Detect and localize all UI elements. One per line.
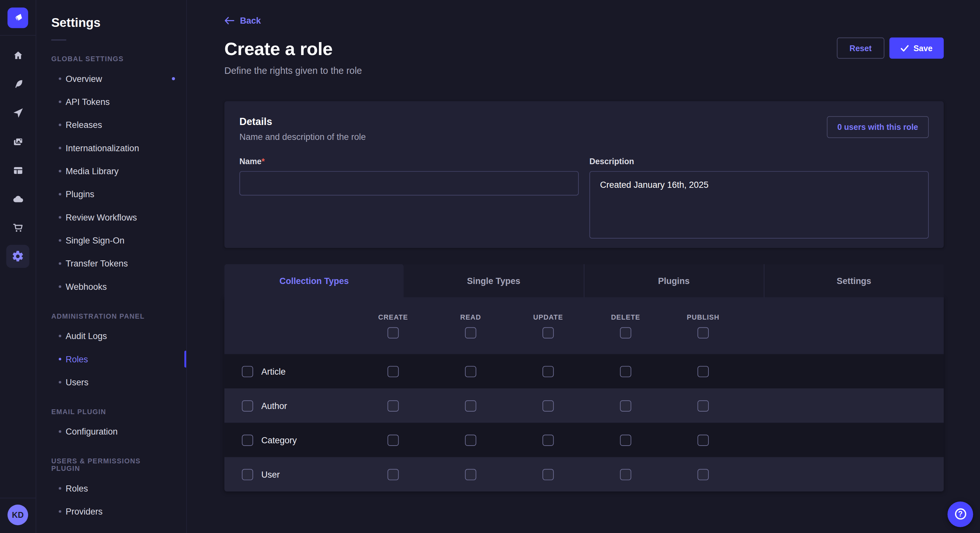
row-select-checkbox[interactable] [242, 468, 253, 480]
tab-plugins[interactable]: Plugins [583, 264, 764, 297]
sidebar-item-label: Users [65, 377, 89, 387]
sidebar-item-transfer-tokens[interactable]: Transfer Tokens [36, 252, 186, 274]
sidebar-item-api-tokens[interactable]: API Tokens [36, 90, 186, 113]
sidebar-item-roles-up[interactable]: Roles [36, 476, 186, 499]
back-label: Back [240, 16, 261, 25]
select-all-publish-checkbox[interactable] [697, 327, 709, 338]
tab-collection-types[interactable]: Collection Types [224, 264, 404, 297]
tab-settings[interactable]: Settings [764, 264, 944, 297]
author-update-checkbox[interactable] [542, 400, 554, 411]
row-select-checkbox[interactable] [242, 366, 253, 377]
bullet-icon [59, 100, 61, 103]
row-label: Author [261, 401, 287, 411]
sidebar-item-roles-admin[interactable]: Roles [36, 347, 186, 370]
row-select-checkbox[interactable] [242, 434, 253, 446]
description-textarea[interactable]: Created January 16th, 2025 [590, 171, 929, 238]
header-actions: Reset Save [837, 38, 944, 59]
permissions-tabbar: Collection Types Single Types Plugins Se… [224, 264, 944, 297]
author-read-checkbox[interactable] [465, 400, 476, 411]
author-delete-checkbox[interactable] [620, 400, 631, 411]
bullet-icon [59, 262, 61, 265]
user-read-checkbox[interactable] [465, 468, 476, 480]
save-label: Save [913, 43, 933, 53]
permissions-section: Collection Types Single Types Plugins Se… [224, 264, 944, 492]
sidebar-item-label: Roles [65, 483, 88, 493]
row-select-checkbox[interactable] [242, 400, 253, 411]
category-delete-checkbox[interactable] [620, 434, 631, 446]
question-mark-glyph: ? [958, 510, 963, 518]
user-update-checkbox[interactable] [542, 468, 554, 480]
bullet-icon [59, 146, 61, 149]
section-users-permissions-plugin: USERS & PERMISSIONS PLUGIN [36, 457, 186, 472]
media-library-icon[interactable] [6, 130, 29, 153]
sidebar-item-providers[interactable]: Providers [36, 500, 186, 523]
bullet-icon [59, 170, 61, 172]
required-asterisk: * [261, 157, 265, 166]
section-email-plugin: EMAIL PLUGIN [36, 408, 186, 415]
paper-plane-icon[interactable] [6, 101, 29, 124]
sidebar-item-overview[interactable]: Overview [36, 67, 186, 90]
author-create-checkbox[interactable] [388, 400, 399, 411]
bullet-icon [59, 193, 61, 195]
article-delete-checkbox[interactable] [620, 366, 631, 377]
table-row-author: Author [224, 389, 944, 423]
sidebar-item-label: Media Library [65, 166, 119, 176]
user-create-checkbox[interactable] [388, 468, 399, 480]
user-delete-checkbox[interactable] [620, 468, 631, 480]
article-read-checkbox[interactable] [465, 366, 476, 377]
article-update-checkbox[interactable] [542, 366, 554, 377]
active-item-indicator [185, 351, 186, 367]
select-all-delete-checkbox[interactable] [620, 327, 631, 338]
article-publish-checkbox[interactable] [697, 366, 709, 377]
category-publish-checkbox[interactable] [697, 434, 709, 446]
sidebar-item-label: Webhooks [65, 281, 107, 292]
rail-icon-list [6, 36, 29, 274]
select-all-update-checkbox[interactable] [542, 327, 554, 338]
tab-single-types[interactable]: Single Types [404, 264, 583, 297]
bullet-icon [59, 510, 61, 512]
description-label: Description [590, 157, 929, 166]
name-input[interactable] [240, 171, 579, 195]
strapi-logo[interactable] [8, 7, 28, 28]
sidebar-item-plugins[interactable]: Plugins [36, 182, 186, 205]
section-administration-panel: ADMINISTRATION PANEL [36, 312, 186, 320]
feather-icon[interactable] [6, 73, 29, 95]
layout-icon[interactable] [6, 159, 29, 182]
help-button[interactable]: ? [948, 501, 973, 527]
category-update-checkbox[interactable] [542, 434, 554, 446]
select-all-create-checkbox[interactable] [388, 327, 399, 338]
details-card: Details Name and description of the role… [224, 101, 944, 248]
author-publish-checkbox[interactable] [697, 400, 709, 411]
sidebar-item-audit-logs[interactable]: Audit Logs [36, 324, 186, 347]
cloud-icon[interactable] [6, 187, 29, 211]
sidebar-item-media-library[interactable]: Media Library [36, 159, 186, 182]
sidebar-item-users[interactable]: Users [36, 370, 186, 393]
cart-icon[interactable] [6, 216, 29, 239]
row-label: Article [261, 366, 285, 376]
reset-button[interactable]: Reset [837, 38, 884, 59]
home-icon[interactable] [6, 44, 29, 67]
sidebar-item-review-workflows[interactable]: Review Workflows [36, 205, 186, 228]
sidebar-item-configuration[interactable]: Configuration [36, 420, 186, 443]
sidebar-item-webhooks[interactable]: Webhooks [36, 275, 186, 298]
column-create: CREATE [378, 313, 408, 320]
permissions-header-row: CREATE READ UPDATE DELETE [224, 297, 944, 354]
user-avatar[interactable]: KD [8, 504, 28, 525]
sidebar-item-releases[interactable]: Releases [36, 113, 186, 136]
category-read-checkbox[interactable] [465, 434, 476, 446]
category-create-checkbox[interactable] [388, 434, 399, 446]
article-create-checkbox[interactable] [388, 366, 399, 377]
bullet-icon [59, 124, 61, 126]
name-field-group: Name* [240, 157, 579, 241]
user-publish-checkbox[interactable] [697, 468, 709, 480]
sidebar-item-internationalization[interactable]: Internationalization [36, 136, 186, 159]
sidebar-item-single-sign-on[interactable]: Single Sign-On [36, 228, 186, 252]
page-subtitle: Define the rights given to the role [224, 65, 944, 76]
settings-gear-icon[interactable] [6, 245, 29, 268]
select-all-read-checkbox[interactable] [465, 327, 476, 338]
users-with-role-button[interactable]: 0 users with this role [827, 116, 929, 138]
row-label: Category [261, 435, 297, 445]
save-button[interactable]: Save [889, 38, 944, 59]
sidebar-item-label: API Tokens [65, 97, 110, 106]
back-link[interactable]: Back [224, 16, 261, 25]
